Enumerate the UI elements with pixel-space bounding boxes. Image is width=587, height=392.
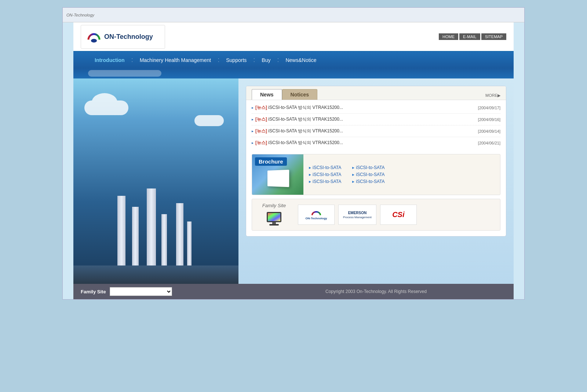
top-nav-right: HOME E-MAIL SITEMAP xyxy=(439,33,506,40)
news-date-3: [2004/09/14] xyxy=(478,129,500,133)
tower-6 xyxy=(187,221,192,269)
news-item: ▸ [뉴스] iSCSI-to-SATA 방식의 VTRAK15200... [… xyxy=(252,137,500,149)
brochure-label: Brochure xyxy=(255,157,287,166)
browser-logo: ON-Technology xyxy=(66,13,94,17)
main-content: News Notices MORE▶ ▸ [뉴스] iSCSI-to-SATA … xyxy=(73,78,514,284)
tab-notices[interactable]: Notices xyxy=(282,89,318,100)
news-date-4: [2004/06/21] xyxy=(478,141,500,145)
news-arrow-2: ▸ xyxy=(252,117,254,121)
logo-icon xyxy=(87,30,101,43)
email-button[interactable]: E-MAIL xyxy=(459,33,480,40)
slider-indicator xyxy=(88,70,161,77)
emerson-logo-text: EMERSONProcess Management xyxy=(343,211,372,219)
family-site-bottom: Family Site xyxy=(81,287,246,296)
family-site-bottom-label: Family Site xyxy=(81,289,106,294)
news-date-2: [2004/09/16] xyxy=(478,117,500,122)
family-section: Family Site xyxy=(252,199,500,231)
logo-area: ON-Technology xyxy=(81,25,165,49)
nav-item-machinery[interactable]: Machinery Health Management xyxy=(133,57,218,63)
tower-3 xyxy=(147,188,156,269)
tab-news[interactable]: News xyxy=(252,89,282,100)
svg-point-0 xyxy=(91,39,97,43)
copyright-area: Copyright 2003 On-Technology. All Rights… xyxy=(246,289,506,294)
news-title-1[interactable]: [뉴스] iSCSI-to-SATA 방식의 VTRAK15200... xyxy=(255,105,473,111)
nav-item-supports[interactable]: Supports xyxy=(219,57,253,63)
logo-text: ON-Technology xyxy=(104,33,153,41)
brochure-link-1[interactable]: iSCSI-to-SATA xyxy=(309,165,341,170)
news-list: ▸ [뉴스] iSCSI-to-SATA 방식의 VTRAK15200... [… xyxy=(246,100,506,150)
partner-logo-on-tech[interactable]: ON-Technology xyxy=(298,205,335,225)
svg-rect-3 xyxy=(272,222,276,224)
nav-item-newsnotice[interactable]: News&Notice xyxy=(279,57,323,63)
brochure-link-6[interactable]: iSCSI-to-SATA xyxy=(352,179,384,184)
tower-2 xyxy=(132,207,139,269)
nav-item-buy[interactable]: Buy xyxy=(255,57,277,63)
svg-rect-2 xyxy=(268,213,280,221)
brochure-link-2[interactable]: iSCSI-to-SATA xyxy=(352,165,384,170)
on-tech-logo-text: ON-Technology xyxy=(306,217,327,220)
partner-logo-emerson[interactable]: EMERSONProcess Management xyxy=(338,205,376,225)
tv-icon xyxy=(265,210,283,227)
right-panel: News Notices MORE▶ ▸ [뉴스] iSCSI-to-SATA … xyxy=(238,78,514,284)
browser-bar: ON-Technology xyxy=(63,8,524,22)
partner-logo-csi[interactable]: CSi xyxy=(380,205,417,225)
ground xyxy=(73,265,238,284)
site-container: ON-Technology HOME E-MAIL SITEMAP Introd… xyxy=(73,22,514,299)
news-item: ▸ [뉴스] iSCSI-to-SATA 방식의 VTRAK15200... [… xyxy=(252,114,500,125)
news-title-4[interactable]: [뉴스] iSCSI-to-SATA 방식의 VTRAK15200... xyxy=(255,140,473,146)
nav-item-introduction[interactable]: Introduction xyxy=(88,57,131,63)
news-title-3[interactable]: [뉴스] iSCSI-to-SATA 방식의 VTRAK15200... xyxy=(255,128,473,134)
cloud-2 xyxy=(194,115,224,126)
copyright-text: Copyright 2003 On-Technology. All Rights… xyxy=(325,289,427,294)
home-button[interactable]: HOME xyxy=(439,33,458,40)
site-header: ON-Technology HOME E-MAIL SITEMAP xyxy=(73,22,514,52)
brochure-link-3[interactable]: iSCSI-to-SATA xyxy=(309,172,341,177)
brochure-links: iSCSI-to-SATA iSCSI-to-SATA iSCSI-to-SAT… xyxy=(303,154,390,195)
tower-5 xyxy=(176,203,183,269)
outer-wrapper: ON-Technology ON-Technolog xyxy=(62,7,525,300)
brochure-section: Brochure iSCSI-to-SATA iSCSI-to-SATA iSC… xyxy=(252,154,500,195)
bottom-bar: Family Site Copyright 2003 On-Technology… xyxy=(73,284,514,299)
content-box: News Notices MORE▶ ▸ [뉴스] iSCSI-to-SATA … xyxy=(246,86,506,237)
family-site-select[interactable] xyxy=(110,287,172,296)
on-tech-logo-icon xyxy=(311,209,322,217)
hero-image xyxy=(73,78,238,284)
csi-logo-text: CSi xyxy=(392,210,404,219)
brochure-link-4[interactable]: iSCSI-to-SATA xyxy=(352,172,384,177)
tabs-area: News Notices MORE▶ xyxy=(246,86,506,100)
news-arrow-4: ▸ xyxy=(252,141,254,145)
brochure-link-5[interactable]: iSCSI-to-SATA xyxy=(309,179,341,184)
brochure-book-icon xyxy=(267,169,289,187)
nav-bar: Introduction : Machinery Health Manageme… xyxy=(73,52,514,68)
hero-area xyxy=(73,78,238,284)
brochure-thumbnail[interactable]: Brochure xyxy=(252,154,303,195)
svg-rect-4 xyxy=(269,224,279,226)
news-arrow-3: ▸ xyxy=(252,129,254,133)
news-item: ▸ [뉴스] iSCSI-to-SATA 방식의 VTRAK15200... [… xyxy=(252,125,500,137)
family-logos: ON-Technology EMERSONProcess Management … xyxy=(298,205,496,225)
tabs-left: News Notices xyxy=(252,89,317,100)
tower-1 xyxy=(117,196,125,269)
news-arrow-1: ▸ xyxy=(252,106,254,110)
family-site-label: Family Site xyxy=(262,203,286,208)
more-link[interactable]: MORE▶ xyxy=(485,93,500,100)
cloud-1 xyxy=(84,100,128,115)
family-label-area: Family Site xyxy=(256,203,292,227)
news-item: ▸ [뉴스] iSCSI-to-SATA 방식의 VTRAK15200... [… xyxy=(252,102,500,114)
news-date-1: [2004/09/17] xyxy=(478,106,500,110)
sitemap-button[interactable]: SITEMAP xyxy=(481,33,506,40)
news-title-2[interactable]: [뉴스] iSCSI-to-SATA 방식의 VTRAK15200... xyxy=(255,116,473,122)
tower-4 xyxy=(161,214,167,269)
slider-bar xyxy=(73,68,514,78)
